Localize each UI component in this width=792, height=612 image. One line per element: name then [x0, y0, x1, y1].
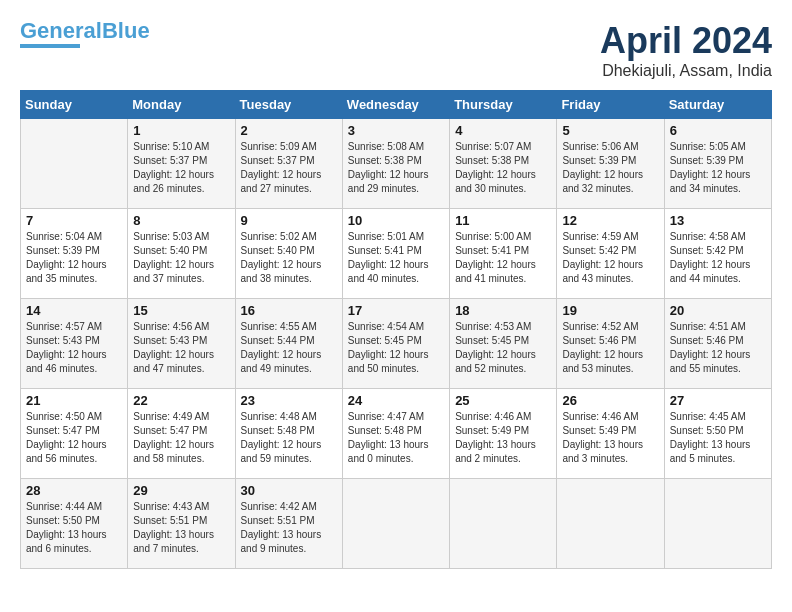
- day-info: Sunrise: 4:45 AMSunset: 5:50 PMDaylight:…: [670, 410, 766, 466]
- day-info: Sunrise: 4:53 AMSunset: 5:45 PMDaylight:…: [455, 320, 551, 376]
- calendar-cell: [21, 119, 128, 209]
- weekday-header-row: SundayMondayTuesdayWednesdayThursdayFrid…: [21, 91, 772, 119]
- day-info: Sunrise: 4:43 AMSunset: 5:51 PMDaylight:…: [133, 500, 229, 556]
- calendar-cell: 30Sunrise: 4:42 AMSunset: 5:51 PMDayligh…: [235, 479, 342, 569]
- day-number: 16: [241, 303, 337, 318]
- day-number: 9: [241, 213, 337, 228]
- day-number: 27: [670, 393, 766, 408]
- calendar-week-row: 14Sunrise: 4:57 AMSunset: 5:43 PMDayligh…: [21, 299, 772, 389]
- day-number: 18: [455, 303, 551, 318]
- day-info: Sunrise: 5:02 AMSunset: 5:40 PMDaylight:…: [241, 230, 337, 286]
- day-number: 25: [455, 393, 551, 408]
- logo-blue: Blue: [102, 18, 150, 43]
- day-number: 13: [670, 213, 766, 228]
- day-number: 15: [133, 303, 229, 318]
- day-number: 24: [348, 393, 444, 408]
- calendar-cell: 3Sunrise: 5:08 AMSunset: 5:38 PMDaylight…: [342, 119, 449, 209]
- day-number: 20: [670, 303, 766, 318]
- calendar-cell: 21Sunrise: 4:50 AMSunset: 5:47 PMDayligh…: [21, 389, 128, 479]
- calendar-cell: 2Sunrise: 5:09 AMSunset: 5:37 PMDaylight…: [235, 119, 342, 209]
- calendar-cell: 23Sunrise: 4:48 AMSunset: 5:48 PMDayligh…: [235, 389, 342, 479]
- calendar-cell: 9Sunrise: 5:02 AMSunset: 5:40 PMDaylight…: [235, 209, 342, 299]
- day-number: 14: [26, 303, 122, 318]
- day-number: 6: [670, 123, 766, 138]
- calendar-cell: 6Sunrise: 5:05 AMSunset: 5:39 PMDaylight…: [664, 119, 771, 209]
- calendar-week-row: 1Sunrise: 5:10 AMSunset: 5:37 PMDaylight…: [21, 119, 772, 209]
- day-info: Sunrise: 4:59 AMSunset: 5:42 PMDaylight:…: [562, 230, 658, 286]
- calendar-week-row: 7Sunrise: 5:04 AMSunset: 5:39 PMDaylight…: [21, 209, 772, 299]
- calendar-cell: 12Sunrise: 4:59 AMSunset: 5:42 PMDayligh…: [557, 209, 664, 299]
- calendar-cell: 19Sunrise: 4:52 AMSunset: 5:46 PMDayligh…: [557, 299, 664, 389]
- calendar-cell: 5Sunrise: 5:06 AMSunset: 5:39 PMDaylight…: [557, 119, 664, 209]
- weekday-header-friday: Friday: [557, 91, 664, 119]
- day-info: Sunrise: 5:05 AMSunset: 5:39 PMDaylight:…: [670, 140, 766, 196]
- day-info: Sunrise: 4:46 AMSunset: 5:49 PMDaylight:…: [455, 410, 551, 466]
- weekday-header-wednesday: Wednesday: [342, 91, 449, 119]
- day-info: Sunrise: 4:50 AMSunset: 5:47 PMDaylight:…: [26, 410, 122, 466]
- logo: GeneralBlue: [20, 20, 150, 48]
- day-info: Sunrise: 4:55 AMSunset: 5:44 PMDaylight:…: [241, 320, 337, 376]
- calendar-cell: [557, 479, 664, 569]
- day-number: 12: [562, 213, 658, 228]
- page-header: GeneralBlue April 2024 Dhekiajuli, Assam…: [20, 20, 772, 80]
- day-info: Sunrise: 4:54 AMSunset: 5:45 PMDaylight:…: [348, 320, 444, 376]
- day-number: 30: [241, 483, 337, 498]
- month-title: April 2024: [600, 20, 772, 62]
- day-info: Sunrise: 5:07 AMSunset: 5:38 PMDaylight:…: [455, 140, 551, 196]
- calendar-cell: 25Sunrise: 4:46 AMSunset: 5:49 PMDayligh…: [450, 389, 557, 479]
- calendar-cell: 29Sunrise: 4:43 AMSunset: 5:51 PMDayligh…: [128, 479, 235, 569]
- day-info: Sunrise: 5:01 AMSunset: 5:41 PMDaylight:…: [348, 230, 444, 286]
- day-number: 10: [348, 213, 444, 228]
- calendar-week-row: 21Sunrise: 4:50 AMSunset: 5:47 PMDayligh…: [21, 389, 772, 479]
- calendar-cell: 14Sunrise: 4:57 AMSunset: 5:43 PMDayligh…: [21, 299, 128, 389]
- calendar-cell: 8Sunrise: 5:03 AMSunset: 5:40 PMDaylight…: [128, 209, 235, 299]
- calendar-cell: 15Sunrise: 4:56 AMSunset: 5:43 PMDayligh…: [128, 299, 235, 389]
- day-number: 19: [562, 303, 658, 318]
- calendar-cell: 18Sunrise: 4:53 AMSunset: 5:45 PMDayligh…: [450, 299, 557, 389]
- day-number: 1: [133, 123, 229, 138]
- day-number: 22: [133, 393, 229, 408]
- location: Dhekiajuli, Assam, India: [600, 62, 772, 80]
- day-info: Sunrise: 5:03 AMSunset: 5:40 PMDaylight:…: [133, 230, 229, 286]
- calendar-cell: 22Sunrise: 4:49 AMSunset: 5:47 PMDayligh…: [128, 389, 235, 479]
- day-info: Sunrise: 4:47 AMSunset: 5:48 PMDaylight:…: [348, 410, 444, 466]
- title-area: April 2024 Dhekiajuli, Assam, India: [600, 20, 772, 80]
- calendar-table: SundayMondayTuesdayWednesdayThursdayFrid…: [20, 90, 772, 569]
- calendar-cell: [664, 479, 771, 569]
- calendar-cell: 10Sunrise: 5:01 AMSunset: 5:41 PMDayligh…: [342, 209, 449, 299]
- day-info: Sunrise: 5:00 AMSunset: 5:41 PMDaylight:…: [455, 230, 551, 286]
- logo-general: General: [20, 18, 102, 43]
- day-info: Sunrise: 4:42 AMSunset: 5:51 PMDaylight:…: [241, 500, 337, 556]
- day-info: Sunrise: 4:48 AMSunset: 5:48 PMDaylight:…: [241, 410, 337, 466]
- day-number: 8: [133, 213, 229, 228]
- weekday-header-sunday: Sunday: [21, 91, 128, 119]
- day-number: 11: [455, 213, 551, 228]
- day-info: Sunrise: 5:10 AMSunset: 5:37 PMDaylight:…: [133, 140, 229, 196]
- calendar-cell: 13Sunrise: 4:58 AMSunset: 5:42 PMDayligh…: [664, 209, 771, 299]
- day-number: 29: [133, 483, 229, 498]
- day-info: Sunrise: 4:52 AMSunset: 5:46 PMDaylight:…: [562, 320, 658, 376]
- calendar-cell: [342, 479, 449, 569]
- day-number: 5: [562, 123, 658, 138]
- calendar-cell: 27Sunrise: 4:45 AMSunset: 5:50 PMDayligh…: [664, 389, 771, 479]
- day-info: Sunrise: 4:44 AMSunset: 5:50 PMDaylight:…: [26, 500, 122, 556]
- logo-bar: [20, 44, 80, 48]
- calendar-cell: 17Sunrise: 4:54 AMSunset: 5:45 PMDayligh…: [342, 299, 449, 389]
- day-info: Sunrise: 4:49 AMSunset: 5:47 PMDaylight:…: [133, 410, 229, 466]
- weekday-header-tuesday: Tuesday: [235, 91, 342, 119]
- day-number: 2: [241, 123, 337, 138]
- day-number: 7: [26, 213, 122, 228]
- day-info: Sunrise: 5:09 AMSunset: 5:37 PMDaylight:…: [241, 140, 337, 196]
- day-info: Sunrise: 5:06 AMSunset: 5:39 PMDaylight:…: [562, 140, 658, 196]
- calendar-cell: [450, 479, 557, 569]
- calendar-cell: 26Sunrise: 4:46 AMSunset: 5:49 PMDayligh…: [557, 389, 664, 479]
- day-info: Sunrise: 5:08 AMSunset: 5:38 PMDaylight:…: [348, 140, 444, 196]
- calendar-cell: 7Sunrise: 5:04 AMSunset: 5:39 PMDaylight…: [21, 209, 128, 299]
- day-number: 17: [348, 303, 444, 318]
- calendar-cell: 16Sunrise: 4:55 AMSunset: 5:44 PMDayligh…: [235, 299, 342, 389]
- day-number: 23: [241, 393, 337, 408]
- weekday-header-thursday: Thursday: [450, 91, 557, 119]
- day-number: 21: [26, 393, 122, 408]
- day-info: Sunrise: 4:57 AMSunset: 5:43 PMDaylight:…: [26, 320, 122, 376]
- calendar-cell: 1Sunrise: 5:10 AMSunset: 5:37 PMDaylight…: [128, 119, 235, 209]
